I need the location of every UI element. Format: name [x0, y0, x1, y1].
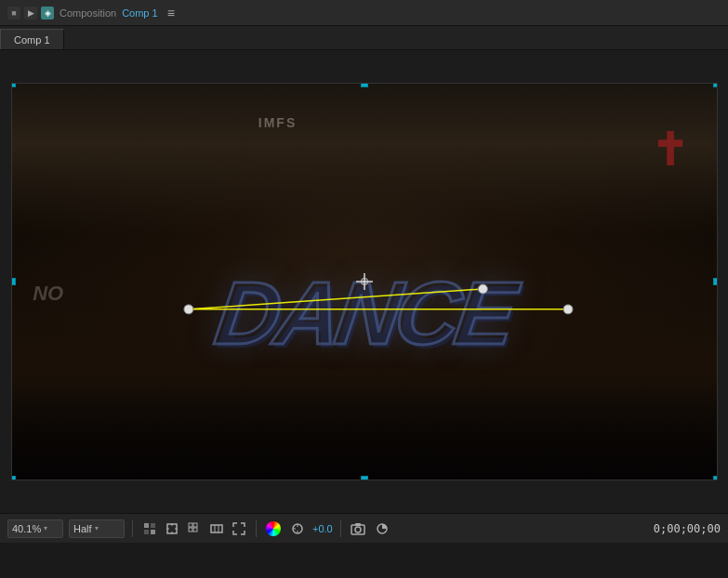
zoom-value: 40.1%: [12, 523, 41, 534]
view-icons-group: [140, 519, 248, 538]
svg-rect-15: [193, 523, 197, 527]
tab-row: Comp 1: [0, 26, 728, 50]
header-icons: ■ ▶ ◈: [7, 7, 54, 20]
region-of-interest-btn[interactable]: [163, 519, 181, 538]
fullscreen-btn[interactable]: [230, 519, 248, 538]
snapshot-btn[interactable]: [349, 519, 367, 538]
header-menu-icon[interactable]: ≡: [167, 6, 175, 20]
comp-frame: IMFS ✝ NO DANCE: [11, 83, 718, 480]
timecode-display[interactable]: 0;00;00;00: [654, 522, 721, 535]
handle-top-center[interactable]: [361, 84, 368, 87]
graffiti-main-text: DANCE: [210, 262, 519, 364]
resolution-chevron: ▾: [95, 524, 99, 532]
handle-bottom-right[interactable]: [713, 476, 717, 479]
panel-icon-2: ▶: [24, 7, 37, 20]
handle-top-right[interactable]: [713, 84, 717, 87]
svg-rect-14: [189, 523, 192, 527]
bottom-toolbar: 40.1% ▾ Half ▾: [0, 513, 728, 543]
bottom-vignette: [12, 381, 717, 480]
svg-rect-16: [189, 528, 192, 532]
tab-comp1[interactable]: Comp 1: [0, 29, 64, 49]
resolution-dropdown[interactable]: Half ▾: [69, 519, 125, 538]
handle-mid-right[interactable]: [713, 278, 717, 285]
grid-toggle-btn[interactable]: [185, 519, 204, 538]
color-wheel-icon: [266, 521, 281, 536]
resolution-value: Half: [73, 523, 92, 534]
zoom-chevron: ▾: [44, 524, 47, 532]
transparency-grid-btn[interactable]: [140, 519, 159, 538]
handle-mid-left[interactable]: [12, 278, 16, 285]
composition-label: Composition: [60, 7, 116, 19]
svg-rect-8: [151, 530, 155, 534]
color-correction-btn[interactable]: [264, 519, 283, 538]
handle-bottom-left[interactable]: [12, 476, 16, 479]
svg-rect-7: [144, 530, 149, 534]
handle-bottom-center[interactable]: [361, 476, 368, 479]
graffiti-letters: DANCE: [12, 234, 717, 392]
header-bar: ■ ▶ ◈ Composition Comp 1 ≡: [0, 0, 728, 26]
svg-rect-27: [355, 523, 361, 526]
svg-rect-6: [151, 523, 155, 528]
svg-rect-18: [211, 525, 222, 532]
red-cross: ✝: [651, 124, 688, 176]
panel-icon-1: ■: [7, 7, 20, 20]
exposure-value[interactable]: +0.0: [312, 523, 333, 534]
svg-point-26: [355, 527, 361, 532]
show-channel-btn[interactable]: [373, 519, 391, 538]
zoom-dropdown[interactable]: 40.1% ▾: [7, 519, 63, 538]
separator-3: [340, 520, 341, 537]
comp-image: IMFS ✝ NO DANCE: [12, 84, 717, 479]
separator-2: [256, 520, 257, 537]
exposure-icon-btn[interactable]: [288, 519, 307, 538]
svg-rect-5: [144, 523, 149, 528]
separator-1: [132, 520, 133, 537]
comp-name-header: Comp 1: [122, 7, 158, 19]
panel-icon-3: ◈: [41, 7, 54, 20]
pixel-aspect-btn[interactable]: [207, 519, 226, 538]
rubble-text: IMFS: [258, 115, 297, 130]
handle-top-left[interactable]: [12, 84, 16, 87]
svg-rect-17: [193, 528, 197, 532]
viewer-area: IMFS ✝ NO DANCE: [0, 50, 728, 513]
